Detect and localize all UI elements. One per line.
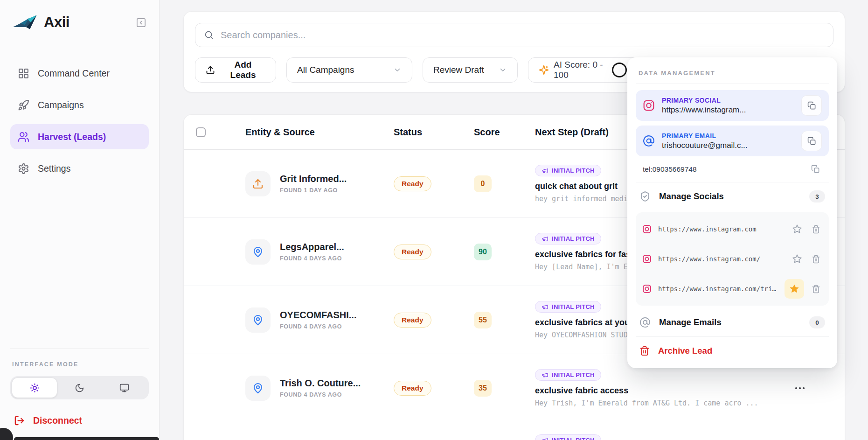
- add-leads-label: Add Leads: [221, 60, 265, 80]
- sidebar-item-command-center[interactable]: Command Center: [10, 61, 149, 86]
- users-icon: [18, 131, 29, 143]
- light-mode-button[interactable]: [12, 378, 57, 398]
- panel-collapse-icon: [136, 17, 146, 28]
- draft-preview: Hey Trish, I'm Emerald from AT&G Ltd. I …: [535, 399, 781, 407]
- gear-icon: [18, 163, 29, 175]
- phone-item[interactable]: tel:09035669748: [636, 156, 829, 182]
- sidebar-item-campaigns[interactable]: Campaigns: [10, 92, 149, 118]
- primary-social-label: PRIMARY SOCIAL: [662, 97, 746, 104]
- monitor-icon: [119, 383, 129, 393]
- campaign-filter-select[interactable]: All Campaigns: [286, 57, 412, 83]
- sidebar-item-label: Command Center: [38, 68, 110, 79]
- primary-email-label: PRIMARY EMAIL: [662, 132, 748, 140]
- lead-found-ago: FOUND 4 DAYS AGO: [280, 391, 361, 398]
- moon-icon: [75, 383, 84, 393]
- next-step-tag: INITIAL PITCH: [535, 233, 601, 244]
- score-badge: 90: [474, 244, 492, 260]
- lead-found-ago: FOUND 4 DAYS AGO: [280, 255, 344, 262]
- column-header-entity: Entity & Source: [245, 127, 394, 138]
- sidebar-nav: Command Center Campaigns Harvest (Lead: [10, 61, 149, 181]
- manage-emails-item[interactable]: Manage Emails 0: [636, 308, 829, 336]
- brand: Axii: [10, 13, 149, 32]
- at-sign-icon: [639, 317, 651, 328]
- megaphone-icon: [542, 437, 549, 440]
- data-management-menu: DATA MANAGEMENT PRIMARY SOCIAL https://w…: [627, 57, 837, 368]
- interface-mode-label: INTERFACE MODE: [10, 361, 149, 368]
- table-row-partial: INITIAL PITCH: [184, 422, 845, 440]
- archive-lead-item[interactable]: Archive Lead: [636, 336, 829, 364]
- emails-count-badge: 0: [809, 316, 825, 328]
- chevron-down-icon: [499, 66, 507, 74]
- copy-icon: [807, 101, 816, 110]
- instagram-icon: [642, 224, 652, 234]
- search-icon: [204, 30, 214, 40]
- copy-icon: [811, 165, 820, 174]
- add-leads-button[interactable]: Add Leads: [195, 57, 276, 83]
- copy-icon: [807, 137, 816, 146]
- star-filled-icon[interactable]: [785, 279, 804, 299]
- column-header-status: Status: [394, 127, 474, 138]
- socials-list: https://www.instagram.com htt: [636, 212, 829, 306]
- primary-email-item[interactable]: PRIMARY EMAIL trishocouture@gmail.c...: [636, 126, 829, 156]
- sparkles-icon: [539, 65, 549, 75]
- lead-found-ago: FOUND 4 DAYS AGO: [280, 323, 356, 330]
- lead-name: Grit Informed...: [280, 174, 347, 184]
- grid-icon: [18, 68, 29, 79]
- campaign-filter-value: All Campaigns: [297, 65, 354, 75]
- megaphone-icon: [542, 303, 549, 310]
- next-step-tag: INITIAL PITCH: [535, 301, 601, 313]
- lead-name: LegsApparel...: [280, 242, 344, 252]
- social-url: https://www.instagram.com/: [658, 255, 760, 263]
- trash-icon: [812, 225, 820, 234]
- status-badge: Ready: [394, 176, 431, 191]
- shield-check-icon: [639, 191, 651, 202]
- social-url-row[interactable]: https://www.instagram.com/tri…: [642, 274, 822, 304]
- ai-score-slider-knob[interactable]: [612, 63, 627, 77]
- disconnect-button[interactable]: Disconnect: [10, 415, 86, 426]
- instagram-icon: [643, 99, 655, 112]
- delete-social-button[interactable]: [810, 283, 822, 295]
- manage-socials-item[interactable]: Manage Socials 3: [636, 182, 829, 210]
- instagram-icon: [642, 254, 652, 264]
- lead-name: OYECOMFASHI...: [280, 310, 356, 321]
- phone-value: tel:09035669748: [643, 165, 697, 174]
- select-all-checkbox[interactable]: [196, 127, 206, 137]
- social-url: https://www.instagram.com/tri…: [658, 285, 776, 293]
- next-step-tag: INITIAL PITCH: [535, 369, 601, 381]
- social-url-row[interactable]: https://www.instagram.com: [642, 214, 822, 244]
- primary-social-value: https://www.instagram...: [662, 105, 746, 115]
- trash-icon: [812, 255, 820, 264]
- sidebar-item-settings[interactable]: Settings: [10, 156, 149, 181]
- copy-phone-button[interactable]: [809, 163, 822, 175]
- lead-name: Trish O. Couture...: [280, 378, 361, 389]
- sidebar-item-label: Campaigns: [38, 100, 84, 111]
- star-outline-icon[interactable]: [790, 222, 804, 236]
- copy-email-button[interactable]: [801, 131, 822, 151]
- logout-icon: [14, 415, 25, 426]
- upload-source-icon: [245, 171, 271, 196]
- map-pin-source-icon: [245, 307, 271, 333]
- row-actions-menu-button[interactable]: [792, 384, 808, 393]
- trash-icon: [812, 285, 820, 293]
- system-mode-button[interactable]: [102, 378, 147, 398]
- dark-mode-button[interactable]: [57, 378, 102, 398]
- star-outline-icon[interactable]: [790, 252, 804, 266]
- floating-corner-button[interactable]: [0, 428, 13, 440]
- primary-social-item[interactable]: PRIMARY SOCIAL https://www.instagram...: [636, 90, 829, 121]
- search-input[interactable]: [221, 30, 825, 41]
- delete-social-button[interactable]: [810, 253, 822, 265]
- ai-score-label: AI Score: 0 - 100: [554, 60, 607, 80]
- toolbar: Add Leads All Campaigns Review Draft AI …: [195, 57, 646, 83]
- menu-section-title: DATA MANAGEMENT: [636, 63, 829, 84]
- copy-social-button[interactable]: [801, 95, 822, 116]
- map-pin-source-icon: [245, 376, 271, 401]
- sidebar-item-label: Harvest (Leads): [38, 132, 106, 142]
- sidebar-item-harvest-leads[interactable]: Harvest (Leads): [10, 124, 149, 149]
- next-step-tag: INITIAL PITCH: [535, 165, 601, 176]
- sidebar-collapse-button[interactable]: [135, 16, 147, 28]
- delete-social-button[interactable]: [810, 223, 822, 236]
- sidebar-item-label: Settings: [38, 163, 70, 174]
- social-url-row[interactable]: https://www.instagram.com/: [642, 244, 822, 274]
- bottom-dock-edge: [14, 437, 159, 440]
- draft-filter-select[interactable]: Review Draft: [423, 57, 518, 83]
